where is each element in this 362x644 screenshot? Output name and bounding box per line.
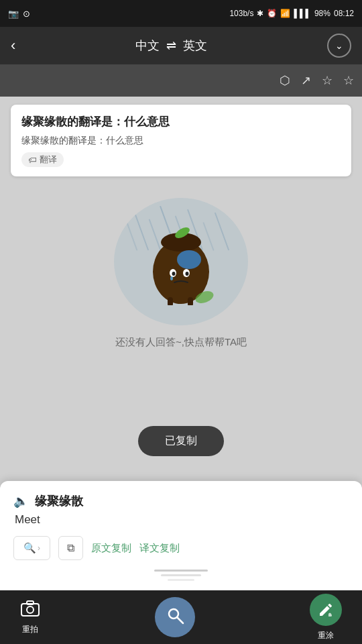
illustration-circle — [114, 198, 248, 325]
wifi-icon: 📶 — [280, 9, 290, 18]
no-answer-text: 还没有人回答~,快点帮帮TA吧 — [115, 336, 247, 349]
star-icon[interactable]: ☆ — [322, 73, 333, 88]
swap-icon: ⇌ — [166, 38, 176, 53]
search-bottom-icon — [166, 606, 184, 629]
bottom-search-button[interactable] — [155, 597, 195, 637]
line-bar-2 — [161, 574, 201, 576]
translation-panel: 🔈 缘聚缘散 Meet 🔍 › ⧉ 原文复制 译文复制 — [0, 481, 362, 590]
panel-word: 缘聚缘散 — [35, 493, 83, 509]
main-content: ⬡ ↗ ☆ ☆ 缘聚缘散的翻译是：什么意思 缘聚缘散的翻译是：什么意思 🏷 翻译 — [0, 64, 362, 590]
panel-translation: Meet — [13, 513, 349, 527]
title-english: 英文 — [183, 38, 207, 54]
line-bar-3 — [168, 579, 194, 581]
svg-rect-12 — [21, 604, 39, 616]
chevron-icon: › — [38, 543, 40, 553]
illustration-area: 还没有人回答~,快点帮帮TA吧 — [0, 184, 362, 356]
status-right: 103b/s ✱ ⏰ 📶 ▌▌▌ 98% 08:12 — [229, 9, 354, 18]
copy-translation-button[interactable]: 译文复制 — [139, 539, 180, 557]
svg-point-2 — [177, 250, 201, 269]
signal-icon: ▌▌▌ — [294, 9, 311, 18]
toast-label: 已复制 — [165, 435, 197, 446]
header: ‹ 中文 ⇌ 英文 ⌄ — [0, 27, 362, 64]
search-button[interactable]: 🔍 › — [13, 536, 50, 560]
question-subtitle: 缘聚缘散的翻译是：什么意思 — [21, 135, 341, 147]
copied-toast: 已复制 — [138, 426, 224, 456]
title-chinese: 中文 — [135, 38, 160, 54]
camera-icon: 📷 — [8, 9, 19, 19]
star-filled-icon[interactable]: ☆ — [343, 73, 354, 88]
back-button[interactable]: ‹ — [11, 37, 15, 54]
svg-point-9 — [186, 272, 189, 276]
svg-rect-5 — [188, 297, 193, 305]
panel-actions: 🔍 › ⧉ 原文复制 译文复制 — [13, 536, 349, 560]
toolbar-icon-1[interactable]: ⬡ — [280, 73, 290, 88]
line-bar-1 — [154, 570, 208, 572]
chevron-down-icon: ⌄ — [335, 40, 343, 51]
circle-icon: ⊙ — [23, 9, 30, 19]
alarm-icon: ⏰ — [267, 9, 277, 18]
search-icon: 🔍 — [23, 542, 36, 554]
svg-rect-14 — [27, 601, 34, 604]
battery: 98% — [314, 9, 330, 18]
camera-retake-icon — [20, 599, 40, 621]
header-title: 中文 ⇌ 英文 — [135, 38, 207, 54]
svg-line-16 — [177, 617, 183, 623]
retake-button[interactable]: 重拍 — [20, 599, 40, 635]
status-left: 📷 ⊙ — [8, 9, 30, 19]
question-tag: 🏷 翻译 — [21, 152, 64, 167]
svg-point-13 — [27, 606, 34, 613]
time: 08:12 — [334, 9, 354, 18]
retrace-label: 重涂 — [318, 630, 334, 641]
speaker-icon[interactable]: 🔈 — [13, 494, 28, 508]
edit-circle[interactable] — [310, 594, 342, 626]
tag-label: 翻译 — [40, 154, 57, 166]
chestnut-illustration — [141, 218, 221, 305]
svg-point-7 — [172, 272, 176, 276]
retake-label: 重拍 — [22, 624, 38, 635]
question-card: 缘聚缘散的翻译是：什么意思 缘聚缘散的翻译是：什么意思 🏷 翻译 — [11, 105, 351, 176]
svg-rect-4 — [168, 297, 173, 305]
tag-icon: 🏷 — [28, 155, 37, 165]
copy-icon-button[interactable]: ⧉ — [58, 536, 83, 560]
copy-original-button[interactable]: 原文复制 — [91, 539, 131, 557]
panel-lines — [13, 570, 349, 581]
question-title: 缘聚缘散的翻译是：什么意思 — [21, 114, 341, 129]
bluetooth-icon: ✱ — [257, 9, 263, 18]
retrace-button[interactable]: 重涂 — [310, 594, 342, 641]
svg-point-10 — [170, 276, 173, 280]
network-speed: 103b/s — [229, 9, 253, 18]
header-circle-button[interactable]: ⌄ — [327, 34, 351, 58]
status-bar: 📷 ⊙ 103b/s ✱ ⏰ 📶 ▌▌▌ 98% 08:12 — [0, 0, 362, 27]
content-toolbar: ⬡ ↗ ☆ ☆ — [0, 64, 362, 97]
copy-icon: ⧉ — [67, 542, 74, 554]
panel-word-row: 🔈 缘聚缘散 — [13, 493, 349, 509]
toolbar-icon-2[interactable]: ↗ — [301, 73, 311, 88]
bottom-bar: 重拍 重涂 — [0, 590, 362, 644]
